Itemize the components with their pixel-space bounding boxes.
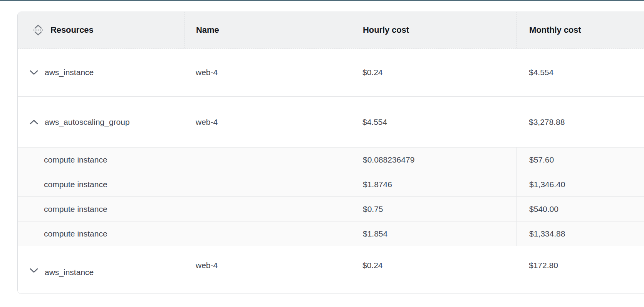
name-cell: [184, 172, 350, 196]
table-row[interactable]: aws_autoscaling_group web-4 $4.554 $3,27…: [18, 97, 644, 147]
hourly-cost-cell: $0.088236479: [350, 148, 517, 172]
column-header-hourly-cost: Hourly cost: [350, 12, 517, 48]
drag-reorder-icon[interactable]: [33, 24, 43, 36]
chevron-down-icon[interactable]: [30, 268, 38, 273]
column-header-label: Hourly cost: [363, 25, 409, 35]
resource-cell: aws_instance: [18, 246, 184, 294]
resource-cell: aws_instance: [18, 49, 184, 96]
column-header-monthly-cost: Monthly cost: [517, 12, 644, 48]
column-header-label: Resources: [50, 25, 94, 35]
monthly-cost-cell: $172.80: [517, 246, 644, 294]
table-row[interactable]: aws_instance web-4 $0.24 $172.80: [18, 246, 644, 294]
column-header-name: Name: [184, 12, 350, 48]
top-accent-bar: [0, 0, 644, 1]
name-cell: [184, 197, 350, 221]
name-cell: web-4: [184, 97, 350, 147]
chevron-up-icon[interactable]: [30, 119, 38, 125]
name-cell: web-4: [184, 49, 350, 96]
name-cell: [184, 148, 350, 172]
resource-cost-table: Resources Name Hourly cost Monthly cost …: [17, 12, 644, 294]
sub-resource-row: compute instance $1.854 $1,334.88: [18, 221, 644, 246]
monthly-cost-cell: $1,334.88: [517, 221, 644, 246]
monthly-cost-cell: $540.00: [517, 197, 644, 221]
sub-resource-label: compute instance: [18, 221, 184, 246]
hourly-cost-cell: $4.554: [350, 97, 517, 147]
hourly-cost-cell: $0.24: [350, 246, 517, 294]
name-cell: web-4: [184, 246, 350, 294]
hourly-cost-cell: $1.8746: [350, 172, 517, 196]
column-header-label: Monthly cost: [529, 25, 581, 35]
monthly-cost-cell: $4.554: [517, 49, 644, 96]
monthly-cost-cell: $1,346.40: [517, 172, 644, 196]
sub-resource-row: compute instance $0.75 $540.00: [18, 196, 644, 221]
sub-resource-label: compute instance: [18, 172, 184, 196]
column-header-label: Name: [196, 25, 219, 35]
name-cell: [184, 221, 350, 246]
monthly-cost-cell: $3,278.88: [517, 97, 644, 147]
resource-label: aws_instance: [45, 68, 94, 77]
column-header-resources: Resources: [18, 12, 184, 48]
hourly-cost-cell: $0.24: [350, 49, 517, 96]
table-header-row: Resources Name Hourly cost Monthly cost: [18, 12, 644, 49]
resource-cell: aws_autoscaling_group: [18, 97, 184, 147]
table-row[interactable]: aws_instance web-4 $0.24 $4.554: [18, 49, 644, 97]
resource-label: aws_autoscaling_group: [45, 117, 130, 127]
resource-label: aws_instance: [45, 268, 94, 277]
sub-resource-row: compute instance $1.8746 $1,346.40: [18, 172, 644, 196]
hourly-cost-cell: $0.75: [350, 197, 517, 221]
hourly-cost-cell: $1.854: [350, 221, 517, 246]
sub-resource-row: compute instance $0.088236479 $57.60: [18, 147, 644, 172]
sub-resource-label: compute instance: [18, 197, 184, 221]
chevron-down-icon[interactable]: [30, 70, 38, 75]
sub-resource-label: compute instance: [18, 148, 184, 172]
monthly-cost-cell: $57.60: [517, 148, 644, 172]
